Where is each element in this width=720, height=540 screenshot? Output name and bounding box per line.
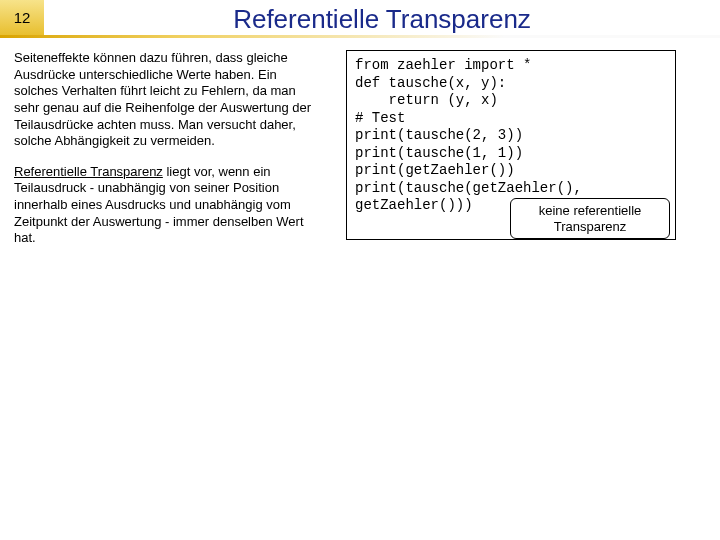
code-line: def tausche(x, y):: [355, 75, 506, 91]
code-line: from zaehler import *: [355, 57, 531, 73]
slide-content: Seiteneffekte können dazu führen, dass g…: [0, 38, 720, 261]
left-column: Seiteneffekte können dazu führen, dass g…: [14, 50, 324, 261]
slide-header: 12 Referentielle Transparenz: [0, 0, 720, 38]
code-line: return (y, x): [355, 92, 498, 108]
code-line: print(tausche(getZaehler(),: [355, 180, 582, 196]
code-line: # Test: [355, 110, 405, 126]
paragraph-2: Referentielle Transparenz liegt vor, wen…: [14, 164, 324, 247]
rt-term: Referentielle Transparenz: [14, 164, 163, 179]
code-line: print(tausche(1, 1)): [355, 145, 523, 161]
paragraph-1: Seiteneffekte können dazu führen, dass g…: [14, 50, 324, 150]
code-line: print(tausche(2, 3)): [355, 127, 523, 143]
slide-number-box: 12: [0, 0, 44, 35]
slide-number: 12: [14, 9, 31, 26]
slide-title: Referentielle Transparenz: [44, 0, 720, 35]
note-box: keine referentielle Transparenz: [510, 198, 670, 239]
code-line: print(getZaehler()): [355, 162, 515, 178]
code-line: getZaehler())): [355, 197, 473, 213]
right-column: from zaehler import * def tausche(x, y):…: [346, 50, 676, 261]
